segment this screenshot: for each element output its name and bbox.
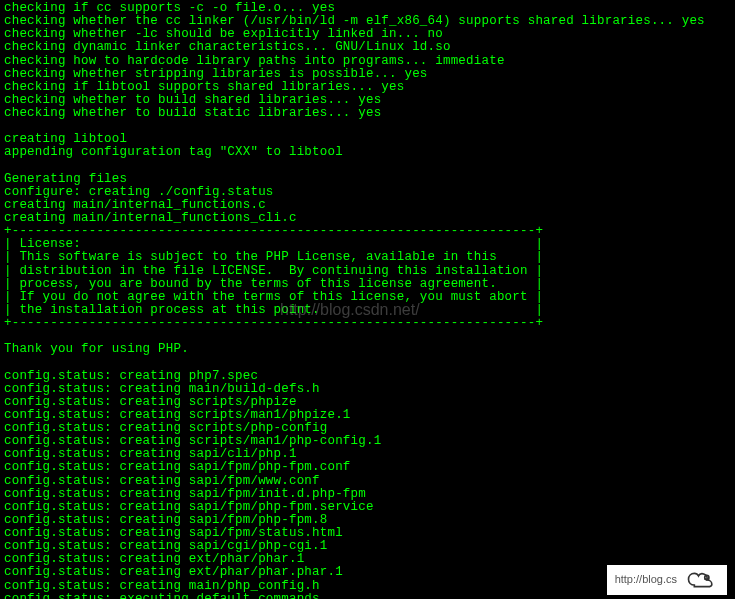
terminal-line: checking how to hardcode library paths i… [4,55,731,68]
terminal-line: Thank you for using PHP. [4,343,731,356]
terminal-line: | distribution in the file LICENSE. By c… [4,265,731,278]
terminal-line: config.status: creating sapi/fpm/init.d.… [4,488,731,501]
terminal-line: configure: creating ./config.status [4,186,731,199]
terminal-line: | This software is subject to the PHP Li… [4,251,731,264]
terminal-line [4,160,731,173]
terminal-line: config.status: creating php7.spec [4,370,731,383]
terminal-line: | If you do not agree with the terms of … [4,291,731,304]
terminal-line: checking whether stripping libraries is … [4,68,731,81]
terminal-line: config.status: creating scripts/phpize [4,396,731,409]
terminal-line: appending configuration tag "CXX" to lib… [4,146,731,159]
terminal-line: config.status: creating sapi/fpm/php-fpm… [4,461,731,474]
terminal-output: checking if cc supports -c -o file.o... … [4,2,731,599]
terminal-line: Generating files [4,173,731,186]
terminal-line: | process, you are bound by the terms of… [4,278,731,291]
terminal-line [4,356,731,369]
terminal-line: +---------------------------------------… [4,317,731,330]
terminal-line: checking whether to build static librari… [4,107,731,120]
terminal-line: config.status: creating sapi/fpm/www.con… [4,475,731,488]
terminal-line: config.status: creating sapi/fpm/php-fpm… [4,501,731,514]
watermark-corner: http://blog.cs [607,565,727,595]
terminal-line: config.status: creating main/build-defs.… [4,383,731,396]
cloud-logo-icon [683,569,719,591]
terminal-line: checking dynamic linker characteristics.… [4,41,731,54]
terminal-line: checking if libtool supports shared libr… [4,81,731,94]
watermark-corner-text: http://blog.cs [615,574,677,586]
